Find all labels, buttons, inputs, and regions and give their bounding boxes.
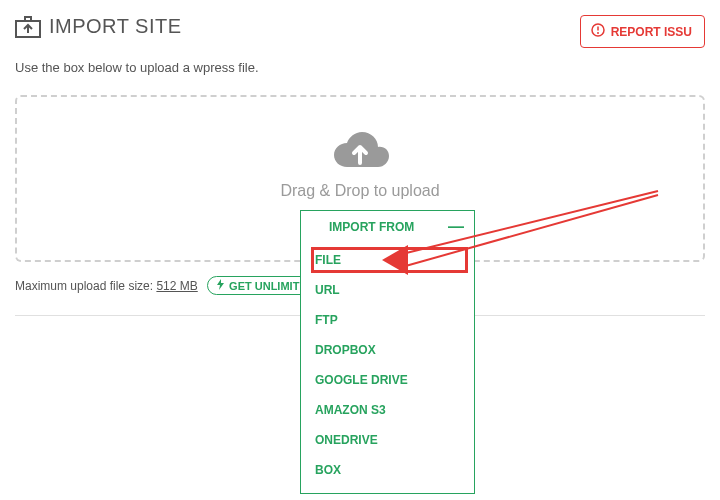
page-header: IMPORT SITE REPORT ISSU [15, 15, 705, 48]
import-from-label: IMPORT FROM [329, 220, 414, 234]
import-from-toggle[interactable]: IMPORT FROM — [301, 211, 474, 243]
max-upload-prefix: Maximum upload file size: [15, 279, 156, 293]
import-option-google-drive[interactable]: GOOGLE DRIVE [301, 365, 474, 395]
import-option-url[interactable]: URL [301, 275, 474, 305]
dropzone-text: Drag & Drop to upload [17, 182, 703, 200]
import-option-file[interactable]: FILE [311, 247, 468, 273]
alert-icon [591, 23, 605, 40]
bolt-icon [216, 279, 225, 292]
cloud-upload-icon [330, 127, 390, 174]
import-option-amazon-s3[interactable]: AMAZON S3 [301, 395, 474, 425]
import-option-box[interactable]: BOX [301, 455, 474, 485]
max-upload-size: 512 MB [156, 279, 197, 293]
import-from-dropdown: IMPORT FROM — FILE URL FTP DROPBOX GOOGL… [300, 210, 475, 494]
import-icon [15, 16, 41, 38]
import-option-ftp[interactable]: FTP [301, 305, 474, 335]
report-issue-button[interactable]: REPORT ISSU [580, 15, 705, 48]
import-source-menu: FILE URL FTP DROPBOX GOOGLE DRIVE AMAZON… [301, 243, 474, 493]
collapse-icon: — [448, 219, 464, 235]
page-title: IMPORT SITE [49, 15, 182, 38]
title-wrap: IMPORT SITE [15, 15, 182, 38]
svg-point-3 [597, 32, 599, 34]
import-option-dropbox[interactable]: DROPBOX [301, 335, 474, 365]
instruction-text: Use the box below to upload a wpress fil… [15, 60, 705, 75]
import-option-onedrive[interactable]: ONEDRIVE [301, 425, 474, 455]
report-issue-label: REPORT ISSU [611, 25, 692, 39]
